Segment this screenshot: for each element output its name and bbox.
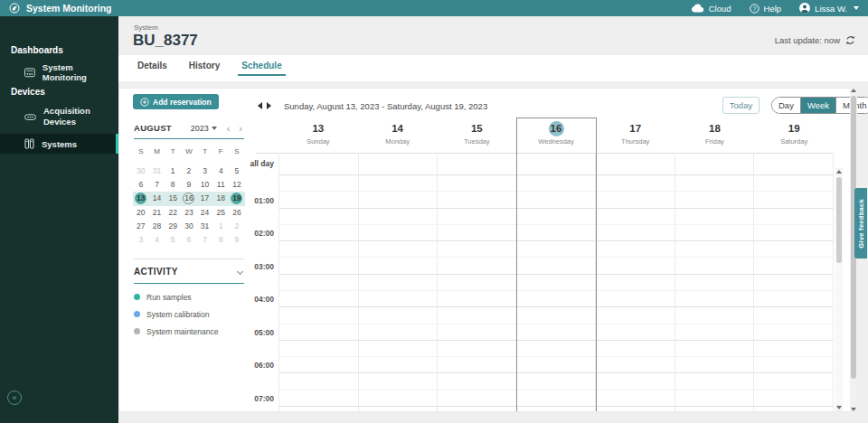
activity-accent-line [134,283,244,284]
scheduler-date-range: Sunday, August 13, 2023 - Saturday, Augu… [284,101,487,111]
scheduler-day-header[interactable]: 14Monday [358,118,438,153]
sidebar-collapse-button[interactable]: « [7,390,22,405]
user-name: Lissa W. [815,4,847,14]
scheduler-day-header[interactable]: 16Wednesday [516,118,596,153]
view-week-button[interactable]: Week [801,98,836,113]
next-week-icon[interactable] [267,102,271,109]
activity-legend-item: System calibration [134,306,251,323]
mini-calendar-day[interactable]: 2 [181,164,197,178]
grid-scroll-down-button[interactable] [835,404,843,411]
mini-calendar-day[interactable]: 23 [181,206,197,220]
mini-calendar-day[interactable]: 18 [212,192,229,205]
mini-calendar-day[interactable]: 3 [133,233,149,247]
today-button[interactable]: Today [722,97,760,114]
page-title: BU_8377 [133,32,198,50]
mini-calendar-day[interactable]: 10 [197,178,213,192]
scheduler-day-number: 15 [437,121,516,136]
mini-calendar-day[interactable]: 31 [149,164,165,178]
mini-calendar-day[interactable]: 15 [165,192,181,205]
scheduler-day-header[interactable]: 18Friday [675,118,755,153]
mini-calendar-day[interactable]: 11 [212,178,229,192]
hour-row [278,373,834,407]
mini-calendar-day[interactable]: 3 [197,164,213,178]
mini-calendar-day[interactable]: 6 [133,178,149,192]
mini-calendar-day[interactable]: 1 [165,164,181,178]
time-label: 03:00 [232,262,274,271]
grid-scroll-up-button[interactable] [835,168,843,175]
mini-calendar-day[interactable]: 21 [149,206,165,220]
mini-calendar-year-select[interactable]: 2023 [191,124,217,133]
page-scroll-up-button[interactable] [850,87,857,94]
mini-calendar-day[interactable]: 14 [149,192,165,205]
mini-calendar-day[interactable]: 31 [197,220,213,233]
mini-calendar-day[interactable]: 24 [197,206,213,220]
hour-row [278,275,834,308]
systems-icon [24,138,34,149]
scheduler-day-header[interactable]: 15Tuesday [437,118,516,153]
mini-calendar-day[interactable]: 12 [229,178,245,192]
last-update: Last update: now [775,35,855,45]
mini-calendar-day[interactable]: 8 [212,233,229,247]
view-day-button[interactable]: Day [772,98,801,113]
page-scroll-down-button[interactable] [850,406,857,413]
scheduler-day-header-row: 13Sunday14Monday15Tuesday16Wednesday17Th… [278,118,834,153]
mini-calendar-day[interactable]: 9 [181,178,197,192]
half-hour-line [278,241,834,258]
grid-scrollbar-thumb[interactable] [836,177,842,263]
mini-calendar-day[interactable]: 5 [165,233,181,247]
hour-row [278,241,834,275]
mini-calendar-weekday-header: W [181,147,197,155]
mini-calendar-day[interactable]: 7 [197,233,213,247]
tab-details[interactable]: Details [134,55,171,76]
sidebar-item-acquisition-devices[interactable]: Acquisition Devices [0,102,118,131]
mini-calendar-header: AUGUST 2023 ‹ › [134,123,244,133]
add-reservation-button[interactable]: Add reservation [133,94,219,109]
mini-calendar-day[interactable]: 28 [149,220,165,233]
cloud-button[interactable]: Cloud [691,4,731,14]
mini-calendar-next-button[interactable]: › [237,124,244,133]
user-menu[interactable]: Lissa W. [799,3,859,14]
activity-color-dot [134,311,140,317]
mini-calendar-prev-button[interactable]: ‹ [225,124,232,133]
half-hour-line [278,407,834,411]
scheduler-day-name: Tuesday [437,137,516,146]
mini-calendar-day[interactable]: 16 [181,192,197,205]
time-label: 02:00 [232,229,274,238]
scheduler-grid[interactable] [278,174,834,411]
mini-calendar-grid: 3031123456789101112131415161718192021222… [133,164,245,247]
mini-calendar-day[interactable]: 1 [212,220,229,233]
mini-calendar-day[interactable]: 27 [133,220,149,233]
mini-calendar-day[interactable]: 4 [212,164,229,178]
scheduler-day-header[interactable]: 13Sunday [278,118,358,153]
sidebar-item-system-monitoring[interactable]: System Monitoring [0,61,118,83]
tab-schedule[interactable]: Schedule [238,55,285,76]
cloud-icon [691,4,704,13]
mini-calendar-day[interactable]: 17 [197,192,213,205]
mini-calendar-day[interactable]: 26 [229,206,245,220]
mini-calendar-day[interactable]: 30 [181,220,197,233]
refresh-icon[interactable] [845,35,855,45]
mini-calendar-day[interactable]: 4 [149,233,165,247]
mini-calendar-weekday-header: M [149,147,165,155]
prev-week-icon[interactable] [258,102,262,109]
scheduler-day-number: 16 [549,121,564,136]
mini-calendar-week-row: 20212223242526 [133,206,245,220]
activity-legend-label: System maintenance [146,327,218,336]
scheduler-day-name: Saturday [754,137,834,146]
help-button[interactable]: ? Help [750,4,782,14]
mini-calendar-day[interactable]: 25 [212,206,229,220]
mini-calendar-day[interactable]: 20 [133,206,149,220]
give-feedback-button[interactable]: Give feedback [854,188,867,258]
mini-calendar-day[interactable]: 29 [165,220,181,233]
mini-calendar-day[interactable]: 8 [165,178,181,192]
mini-calendar-day[interactable]: 22 [165,206,181,220]
sidebar-item-systems[interactable]: Systems [0,134,118,154]
mini-calendar-day[interactable]: 6 [181,233,197,247]
mini-calendar-day[interactable]: 13 [133,192,149,205]
mini-calendar-day[interactable]: 30 [133,164,149,178]
scheduler-day-header[interactable]: 17Thursday [596,118,675,153]
scheduler-day-header[interactable]: 19Saturday [754,118,834,153]
mini-calendar-day[interactable]: 7 [149,178,165,192]
tab-history[interactable]: History [185,55,223,76]
scheduler-day-number: 17 [596,121,675,136]
